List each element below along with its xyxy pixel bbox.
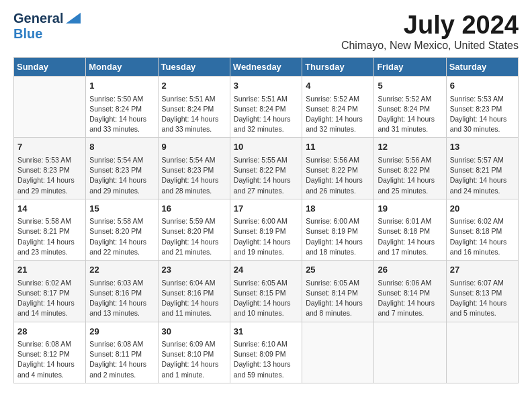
day-number: 14 [17,202,82,216]
day-info: Sunrise: 5:51 AM Sunset: 8:24 PM Dayligh… [162,94,226,135]
day-number: 23 [162,263,226,277]
day-number: 1 [89,79,154,93]
page-header: General Blue July 2024 Chimayo, New Mexi… [13,11,519,52]
day-info: Sunrise: 5:55 AM Sunset: 8:22 PM Dayligh… [234,155,298,196]
day-number: 19 [378,202,442,216]
day-number: 4 [306,79,370,93]
day-info: Sunrise: 6:02 AM Sunset: 8:18 PM Dayligh… [450,216,515,257]
calendar-cell: 6Sunrise: 5:53 AM Sunset: 8:23 PM Daylig… [446,77,518,138]
day-number: 21 [17,263,82,277]
weekday-header: Saturday [446,58,518,77]
day-number: 24 [234,263,298,277]
calendar-week-row: 14Sunrise: 5:58 AM Sunset: 8:21 PM Dayli… [14,199,519,260]
calendar-cell: 21Sunrise: 6:02 AM Sunset: 8:17 PM Dayli… [14,261,86,322]
calendar-week-row: 21Sunrise: 6:02 AM Sunset: 8:17 PM Dayli… [14,261,519,322]
day-number: 5 [378,79,442,93]
day-number: 30 [162,325,226,338]
day-number: 26 [378,263,442,277]
logo-general-text: General [13,11,63,26]
calendar-cell: 3Sunrise: 5:51 AM Sunset: 8:24 PM Daylig… [230,77,302,138]
calendar-cell: 13Sunrise: 5:57 AM Sunset: 8:21 PM Dayli… [446,138,518,199]
day-info: Sunrise: 5:54 AM Sunset: 8:23 PM Dayligh… [162,155,226,196]
weekday-header: Sunday [14,58,86,77]
weekday-header-row: SundayMondayTuesdayWednesdayThursdayFrid… [14,58,519,77]
calendar-cell: 11Sunrise: 5:56 AM Sunset: 8:22 PM Dayli… [302,138,374,199]
calendar-cell: 15Sunrise: 5:58 AM Sunset: 8:20 PM Dayli… [86,199,158,260]
day-info: Sunrise: 6:08 AM Sunset: 8:11 PM Dayligh… [89,339,154,380]
day-info: Sunrise: 5:50 AM Sunset: 8:24 PM Dayligh… [89,94,154,135]
calendar-cell: 2Sunrise: 5:51 AM Sunset: 8:24 PM Daylig… [158,77,230,138]
calendar-cell: 12Sunrise: 5:56 AM Sunset: 8:22 PM Dayli… [374,138,446,199]
calendar-cell: 18Sunrise: 6:00 AM Sunset: 8:19 PM Dayli… [302,199,374,260]
day-info: Sunrise: 5:59 AM Sunset: 8:20 PM Dayligh… [162,216,226,257]
day-info: Sunrise: 6:01 AM Sunset: 8:18 PM Dayligh… [378,216,442,257]
day-number: 13 [450,140,515,154]
day-info: Sunrise: 5:52 AM Sunset: 8:24 PM Dayligh… [378,94,442,135]
calendar-cell: 24Sunrise: 6:05 AM Sunset: 8:15 PM Dayli… [230,261,302,322]
day-info: Sunrise: 5:51 AM Sunset: 8:24 PM Dayligh… [234,94,298,135]
weekday-header: Friday [374,58,446,77]
day-number: 6 [450,79,515,93]
day-info: Sunrise: 5:56 AM Sunset: 8:22 PM Dayligh… [378,155,442,196]
calendar-cell: 23Sunrise: 6:04 AM Sunset: 8:16 PM Dayli… [158,261,230,322]
calendar-cell: 19Sunrise: 6:01 AM Sunset: 8:18 PM Dayli… [374,199,446,260]
day-number: 22 [89,263,154,277]
day-info: Sunrise: 6:07 AM Sunset: 8:13 PM Dayligh… [450,278,515,319]
day-number: 18 [306,202,370,216]
calendar-cell: 5Sunrise: 5:52 AM Sunset: 8:24 PM Daylig… [374,77,446,138]
weekday-header: Monday [86,58,158,77]
day-info: Sunrise: 6:06 AM Sunset: 8:14 PM Dayligh… [378,278,442,319]
day-number: 10 [234,140,298,154]
day-info: Sunrise: 5:54 AM Sunset: 8:23 PM Dayligh… [89,155,154,196]
day-info: Sunrise: 6:10 AM Sunset: 8:09 PM Dayligh… [234,339,298,380]
day-number: 20 [450,202,515,216]
calendar-cell: 25Sunrise: 6:05 AM Sunset: 8:14 PM Dayli… [302,261,374,322]
day-number: 3 [234,79,298,93]
calendar-cell: 30Sunrise: 6:09 AM Sunset: 8:10 PM Dayli… [158,322,230,383]
svg-marker-0 [66,13,81,24]
calendar-table: SundayMondayTuesdayWednesdayThursdayFrid… [13,57,519,383]
calendar-cell: 8Sunrise: 5:54 AM Sunset: 8:23 PM Daylig… [86,138,158,199]
calendar-cell: 14Sunrise: 5:58 AM Sunset: 8:21 PM Dayli… [14,199,86,260]
day-info: Sunrise: 5:58 AM Sunset: 8:20 PM Dayligh… [89,216,154,257]
day-number: 2 [162,79,226,93]
day-info: Sunrise: 6:00 AM Sunset: 8:19 PM Dayligh… [234,216,298,257]
calendar-cell [446,322,518,383]
calendar-cell: 10Sunrise: 5:55 AM Sunset: 8:22 PM Dayli… [230,138,302,199]
day-number: 8 [89,140,154,154]
calendar-cell [302,322,374,383]
day-info: Sunrise: 6:05 AM Sunset: 8:15 PM Dayligh… [234,278,298,319]
logo: General Blue [13,11,81,42]
day-number: 17 [234,202,298,216]
day-info: Sunrise: 5:56 AM Sunset: 8:22 PM Dayligh… [306,155,370,196]
day-info: Sunrise: 6:08 AM Sunset: 8:12 PM Dayligh… [17,339,82,380]
calendar-cell: 4Sunrise: 5:52 AM Sunset: 8:24 PM Daylig… [302,77,374,138]
calendar-subtitle: Chimayo, New Mexico, United States [341,40,519,52]
calendar-cell: 27Sunrise: 6:07 AM Sunset: 8:13 PM Dayli… [446,261,518,322]
calendar-cell [374,322,446,383]
calendar-cell [14,77,86,138]
day-info: Sunrise: 5:58 AM Sunset: 8:21 PM Dayligh… [17,216,82,257]
weekday-header: Tuesday [158,58,230,77]
day-info: Sunrise: 6:04 AM Sunset: 8:16 PM Dayligh… [162,278,226,319]
calendar-cell: 17Sunrise: 6:00 AM Sunset: 8:19 PM Dayli… [230,199,302,260]
calendar-cell: 9Sunrise: 5:54 AM Sunset: 8:23 PM Daylig… [158,138,230,199]
day-info: Sunrise: 6:09 AM Sunset: 8:10 PM Dayligh… [162,339,226,380]
weekday-header: Thursday [302,58,374,77]
day-info: Sunrise: 5:52 AM Sunset: 8:24 PM Dayligh… [306,94,370,135]
logo-blue-text: Blue [13,26,42,41]
calendar-cell: 22Sunrise: 6:03 AM Sunset: 8:16 PM Dayli… [86,261,158,322]
calendar-cell: 7Sunrise: 5:53 AM Sunset: 8:23 PM Daylig… [14,138,86,199]
day-number: 11 [306,140,370,154]
calendar-cell: 31Sunrise: 6:10 AM Sunset: 8:09 PM Dayli… [230,322,302,383]
day-number: 9 [162,140,226,154]
day-info: Sunrise: 6:00 AM Sunset: 8:19 PM Dayligh… [306,216,370,257]
logo-icon [66,13,81,24]
day-number: 16 [162,202,226,216]
day-number: 7 [17,140,82,154]
day-info: Sunrise: 6:02 AM Sunset: 8:17 PM Dayligh… [17,278,82,319]
day-number: 28 [17,325,82,338]
calendar-title: July 2024 [341,11,519,40]
day-number: 29 [89,325,154,338]
calendar-cell: 28Sunrise: 6:08 AM Sunset: 8:12 PM Dayli… [14,322,86,383]
